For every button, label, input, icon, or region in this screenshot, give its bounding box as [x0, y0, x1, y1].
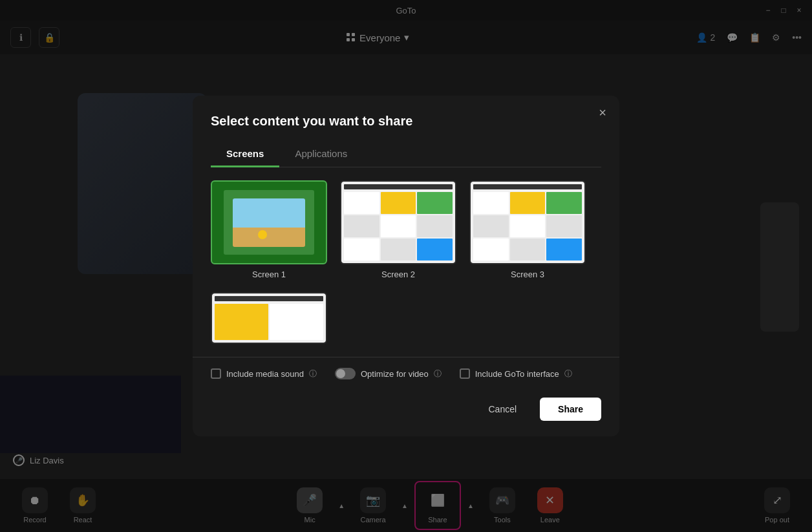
option-optimize-video: Optimize for video ⓘ: [335, 368, 442, 379]
screen-preview-3: [471, 182, 584, 263]
screen-preview-2: [341, 182, 455, 263]
screen2-row2: [344, 215, 453, 237]
screen-label-3: Screen 3: [511, 270, 544, 279]
screen2-row1: [344, 192, 453, 214]
modal-footer: Cancel Share: [193, 390, 619, 436]
screen4-cell2: [270, 304, 323, 340]
modal-options: Include media sound ⓘ Optimize for video…: [193, 357, 619, 390]
screen2-row3: [344, 239, 453, 261]
screen3-cell1: [473, 192, 509, 214]
screen-label-1: Screen 1: [252, 270, 286, 279]
screen2-header: [344, 184, 453, 189]
screen3-cell3: [546, 192, 582, 214]
goto-interface-info-icon: ⓘ: [564, 368, 572, 379]
screen-inner-preview-1: [233, 198, 305, 247]
screen2-cell2: [381, 192, 416, 214]
goto-interface-checkbox[interactable]: [460, 368, 470, 379]
screen-item-3[interactable]: Screen 3: [469, 180, 586, 279]
screen2-cell8: [381, 239, 416, 261]
optimize-video-label: Optimize for video: [361, 369, 429, 379]
share-button[interactable]: Share: [540, 398, 601, 421]
screen-preview-4: [212, 293, 326, 343]
screen2-cell5: [381, 215, 416, 237]
modal-title: Select content you want to share: [211, 114, 601, 129]
screens-grid: Screen 1: [211, 180, 601, 344]
screen3-row2: [473, 215, 582, 237]
screen-label-2: Screen 2: [381, 270, 415, 279]
optimize-video-info-icon: ⓘ: [434, 368, 442, 379]
screen-item-1[interactable]: Screen 1: [211, 180, 327, 279]
screen3-header: [473, 184, 582, 189]
screen2-cell9: [417, 239, 453, 261]
screen4-cell1: [215, 304, 268, 340]
screen3-cell9: [546, 239, 582, 261]
media-sound-checkbox[interactable]: [211, 368, 221, 379]
screen-thumbnail-2: [340, 180, 456, 264]
screen2-cell1: [344, 192, 379, 214]
modal-header: Select content you want to share ×: [193, 96, 619, 142]
cancel-button[interactable]: Cancel: [473, 398, 532, 421]
modal-overlay: Select content you want to share × Scree…: [0, 0, 812, 532]
screen-thumbnail-1: [211, 180, 327, 264]
share-modal: Select content you want to share × Scree…: [193, 96, 619, 436]
screen-preview-1: [224, 190, 314, 255]
media-sound-info-icon: ⓘ: [309, 368, 317, 379]
tab-applications[interactable]: Applications: [279, 142, 363, 167]
screen4-row1: [215, 304, 323, 340]
media-sound-label: Include media sound: [226, 369, 304, 379]
optimize-video-toggle[interactable]: [335, 368, 356, 379]
screen-item-2[interactable]: Screen 2: [340, 180, 456, 279]
screen-thumbnail-3: [469, 180, 586, 264]
screen2-cell4: [344, 215, 379, 237]
screen3-row1: [473, 192, 582, 214]
screen3-cell8: [510, 239, 546, 261]
screens-container[interactable]: Screen 1: [193, 167, 619, 357]
option-goto-interface: Include GoTo interface ⓘ: [460, 368, 572, 379]
screen2-cell3: [417, 192, 453, 214]
screen3-cell7: [473, 239, 509, 261]
screen-item-4[interactable]: [211, 292, 327, 344]
screen2-cell7: [344, 239, 379, 261]
screen3-cell2: [510, 192, 546, 214]
screen2-cell6: [417, 215, 453, 237]
screen4-header: [215, 296, 323, 301]
screen3-cell4: [473, 215, 509, 237]
goto-interface-label: Include GoTo interface: [475, 369, 559, 379]
tab-screens[interactable]: Screens: [211, 142, 279, 167]
screen-thumbnail-4: [211, 292, 327, 344]
screen3-row3: [473, 239, 582, 261]
option-media-sound: Include media sound ⓘ: [211, 368, 317, 379]
modal-close-button[interactable]: ×: [599, 106, 606, 119]
modal-tabs: Screens Applications: [211, 142, 601, 167]
screen3-cell6: [546, 215, 582, 237]
screen3-cell5: [510, 215, 546, 237]
